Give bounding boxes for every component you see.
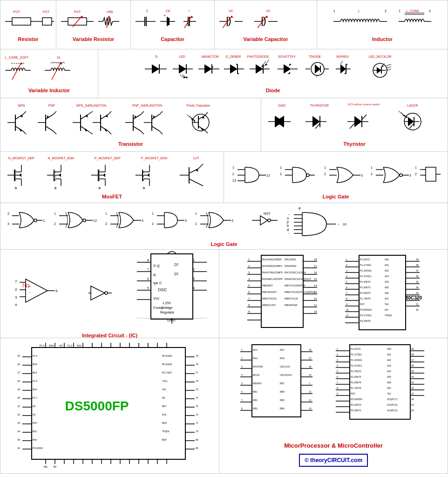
svg-text:P3.1/TXD0: P3.1/TXD0 (360, 314, 372, 317)
svg-text:P1.1/T2EX: P1.1/T2EX (360, 264, 372, 266)
svg-text:Voltage: Voltage (162, 306, 172, 310)
svg-point-338 (83, 219, 86, 222)
svg-text:Photo Transistor: Photo Transistor (186, 104, 210, 107)
svg-marker-245 (19, 173, 21, 177)
svg-text:A03: A03 (387, 364, 391, 367)
svg-text:34: 34 (416, 286, 419, 289)
svg-text:8: 8 (346, 297, 347, 300)
svg-text:14: 14 (314, 284, 317, 287)
svg-line-140 (387, 67, 391, 68)
svg-marker-74 (152, 64, 159, 74)
svg-text:30: 30 (416, 308, 419, 311)
svg-text:BIVREG: BIVREG (337, 55, 349, 58)
svg-text:*CE1: *CE1 (162, 380, 168, 382)
svg-text:2: 2 (385, 9, 387, 13)
svg-text:2: 2 (280, 172, 282, 176)
svg-text:1: 1 (241, 348, 243, 351)
variable-capacitor-label: Variable Capacitor (244, 36, 288, 42)
inductor-label: Inductor (372, 36, 393, 42)
svg-line-203 (187, 115, 193, 119)
row-inductor-diode: L_CORE_SOFT VL Variable Inductor (0, 49, 448, 98)
svg-text:φ: φ (287, 228, 289, 232)
svg-text:2: 2 (54, 222, 56, 225)
row-transistor-thyristor: NPN PNP NPN_DARLINGTON (0, 98, 448, 152)
svg-text:2: 2 (195, 222, 197, 225)
svg-text:3: 3 (248, 271, 250, 274)
svg-text:29: 29 (411, 403, 414, 406)
svg-text:RA0: RA0 (280, 357, 285, 360)
svg-text:RA0/AN0: RA0/AN0 (285, 265, 297, 267)
svg-text:B0: B0 (54, 465, 56, 468)
svg-text:P1.4/INT2: P1.4/INT2 (360, 280, 371, 283)
svg-marker-79 (179, 64, 186, 74)
svg-text:RB6: RB6 (280, 390, 285, 393)
svg-marker-36 (190, 16, 193, 18)
svg-text:17: 17 (309, 357, 312, 360)
svg-text:8: 8 (337, 387, 338, 389)
svg-text:1: 1 (346, 258, 347, 261)
svg-text:BA3: BA3 (33, 388, 37, 391)
svg-marker-48 (265, 16, 268, 18)
svg-text:33: 33 (416, 292, 419, 294)
svg-text:31: 31 (411, 392, 414, 395)
svg-line-186 (152, 115, 159, 119)
svg-text:12: 12 (309, 390, 312, 393)
svg-text:2: 2 (105, 222, 107, 225)
svg-text:26: 26 (17, 363, 20, 366)
svg-text:PNP: PNP (48, 104, 55, 107)
svg-marker-138 (381, 65, 384, 67)
svg-text:32: 32 (411, 387, 414, 389)
section-ic: 741 7 2 3 4 6 + − (0, 250, 219, 338)
svg-text:GND: GND (167, 318, 176, 322)
svg-text:1: 1 (248, 258, 250, 261)
svg-text:BA5: BA5 (33, 363, 37, 366)
svg-text:PNP_DARLINGTON: PNP_DARLINGTON (132, 104, 162, 108)
svg-text:ALE: ALE (162, 413, 167, 416)
svg-text:P1.7/INT5: P1.7/INT5 (360, 297, 371, 300)
svg-text:7: 7 (248, 297, 250, 300)
svg-text:5: 5 (147, 286, 149, 290)
section-thyristor: DIAC THYRISTOR SCS-silicon control switc… (261, 98, 448, 151)
svg-text:RB7/T1OSI/PG0: RB7/T1OSI/PG0 (285, 284, 305, 287)
svg-text:30: 30 (411, 398, 414, 401)
svg-point-331 (34, 219, 37, 222)
svg-text:POT: POT (74, 10, 81, 14)
svg-marker-390 (26, 279, 48, 302)
svg-text:VC: VC (266, 9, 271, 13)
svg-text:*EA: *EA (162, 388, 166, 391)
svg-text:8: 8 (241, 407, 243, 410)
svg-marker-134 (377, 67, 381, 74)
svg-text:P1.4/INT2: P1.4/INT2 (351, 370, 361, 373)
svg-text:PHOTODIODE: PHOTODIODE (247, 55, 269, 58)
section-variable-inductor: L_CORE_SOFT VL Variable Inductor (0, 49, 98, 98)
section-micro2: 1 2 3 4 5 6 7 8 RA2 RA3 RA4/T0KI MCLR RB… (219, 338, 448, 473)
svg-text:RA3/AN3/CMP1: RA3/AN3/CMP1 (262, 265, 283, 267)
svg-rect-324 (426, 167, 436, 181)
svg-text:BA5: BA5 (49, 344, 54, 347)
svg-text:RA5/MCLR/VPP: RA5/MCLR/VPP (262, 278, 283, 280)
svg-text:→: → (337, 223, 340, 226)
svg-text:CE: CE (166, 9, 170, 13)
svg-text:9: 9 (248, 310, 250, 313)
svg-text:*EA: *EA (387, 392, 391, 395)
svg-text:5: 5 (248, 284, 250, 287)
svg-text:SCS-silicon control switch: SCS-silicon control switch (347, 103, 380, 106)
svg-line-200 (204, 130, 208, 133)
svg-text:74: 74 (196, 396, 198, 399)
svg-marker-16 (108, 16, 110, 18)
svg-text:33: 33 (17, 422, 20, 424)
svg-text:6: 6 (248, 291, 250, 293)
svg-text:DS5000FP: DS5000FP (65, 399, 129, 413)
mosfet-label: MosFET (102, 194, 122, 199)
svg-text:D_ZENER: D_ZENER (226, 55, 241, 59)
diode-label: Diode (266, 88, 280, 93)
svg-text:RB1/RX/DT: RB1/RX/DT (262, 291, 277, 293)
svg-text:16: 16 (309, 365, 312, 368)
svg-marker-119 (315, 64, 320, 74)
svg-text:RB5/TXCK: RB5/TXCK (285, 297, 298, 300)
svg-text:80C320: 80C320 (406, 295, 422, 300)
svg-text:*EA: *EA (385, 303, 389, 306)
svg-text:RST: RST (33, 422, 37, 424)
svg-text:4: 4 (241, 374, 243, 376)
section-inductor: L 1 2 L_CORE 1 2 Inductor (317, 0, 448, 49)
